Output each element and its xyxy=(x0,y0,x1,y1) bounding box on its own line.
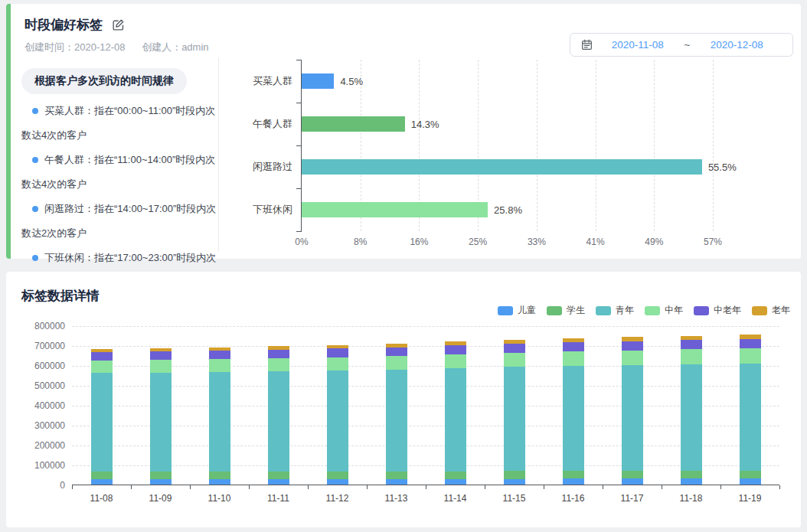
bar-segment xyxy=(563,471,584,478)
legend-swatch-icon xyxy=(752,306,767,315)
y-axis-tick xyxy=(296,145,302,146)
bar-segment xyxy=(91,479,113,485)
bar-segment xyxy=(327,348,348,357)
end-date-input[interactable]: 2020-12-08 xyxy=(691,39,782,51)
bar-segment xyxy=(268,358,289,371)
bar-segment xyxy=(445,341,466,345)
bar-segment xyxy=(268,371,289,472)
legend-item[interactable]: 儿童 xyxy=(498,304,536,317)
bar-segment xyxy=(622,471,643,478)
x-axis-tick xyxy=(72,485,73,489)
bar-value-label: 4.5% xyxy=(340,76,363,87)
bar-segment xyxy=(563,478,584,485)
bullet-dot-icon xyxy=(32,206,38,212)
bar-segment xyxy=(327,472,348,479)
gridline xyxy=(72,366,779,367)
bar-segment xyxy=(740,348,761,364)
x-tick-label: 11-13 xyxy=(385,493,408,504)
bar-segment xyxy=(622,337,643,341)
bar-segment xyxy=(386,344,407,348)
bar-segment xyxy=(150,348,172,351)
bar-segment xyxy=(681,478,702,485)
bar-segment xyxy=(445,354,466,368)
bar-segment xyxy=(268,472,289,479)
x-tick-label: 11-08 xyxy=(90,493,113,504)
x-tick-label: 0% xyxy=(295,237,308,247)
page-title: 时段偏好标签 xyxy=(25,16,103,34)
bar-segment xyxy=(150,373,172,472)
rule-heading: 根据客户多次到访的时间规律 xyxy=(21,68,187,94)
x-tick-label: 11-15 xyxy=(503,493,526,504)
legend-swatch-icon xyxy=(694,306,709,315)
bar-segment xyxy=(563,338,584,342)
legend-label: 中年 xyxy=(665,304,683,317)
bar-value-label: 14.3% xyxy=(411,119,439,130)
bar xyxy=(302,159,702,175)
x-axis-tick xyxy=(249,485,250,489)
bar-segment xyxy=(91,361,113,373)
gridline xyxy=(72,386,779,387)
x-tick-label: 49% xyxy=(645,237,663,247)
gridline xyxy=(713,60,714,231)
bar-segment xyxy=(445,345,466,354)
legend-item[interactable]: 学生 xyxy=(547,304,585,317)
x-tick-label: 11-19 xyxy=(739,493,762,504)
divider xyxy=(218,57,219,251)
legend-item[interactable]: 中年 xyxy=(645,304,683,317)
date-range-picker[interactable]: 2020-11-08 ~ 2020-12-08 xyxy=(570,33,793,57)
legend-label: 老年 xyxy=(772,304,790,317)
creator-value: admin xyxy=(181,41,208,53)
bullet-dot-icon xyxy=(32,108,38,114)
bar-segment xyxy=(327,357,348,370)
x-tick-label: 11-16 xyxy=(562,493,585,504)
x-tick-label: 41% xyxy=(586,237,605,247)
bar-segment xyxy=(209,359,230,372)
gridline xyxy=(72,406,779,406)
bar-segment xyxy=(91,472,113,479)
rule-item-text: 买菜人群：指在“00:00~11:00”时段内次数达4次的客户 xyxy=(21,105,215,141)
legend-item[interactable]: 老年 xyxy=(752,304,790,317)
x-tick-label: 16% xyxy=(410,237,428,247)
gridline xyxy=(596,60,596,231)
rule-item: 午餐人群：指在“11:00~14:00”时段内次数达4次的客户 xyxy=(21,148,222,197)
bar-segment xyxy=(150,472,172,479)
bar-segment xyxy=(386,348,407,357)
bar-segment xyxy=(504,479,525,485)
bar-segment xyxy=(209,351,230,359)
card-accent-bar xyxy=(6,4,11,259)
legend-item[interactable]: 青年 xyxy=(596,304,634,317)
x-tick-label: 25% xyxy=(469,237,487,247)
bar-segment xyxy=(504,353,525,367)
bar-segment xyxy=(681,336,702,341)
bar-segment xyxy=(209,372,230,472)
stacked-plot: 0100000200000300000400000500000600000700… xyxy=(72,326,779,485)
bar xyxy=(302,73,334,89)
start-date-input[interactable]: 2020-11-08 xyxy=(593,39,683,51)
y-tick-label: 300000 xyxy=(34,420,65,431)
bar-segment xyxy=(327,479,348,485)
bar-segment xyxy=(681,364,702,471)
y-axis-tick xyxy=(296,103,302,103)
y-tick-label: 500000 xyxy=(34,380,65,391)
bar-segment xyxy=(91,349,113,352)
edit-icon[interactable] xyxy=(112,18,125,31)
bar-segment xyxy=(209,348,230,351)
rule-item: 买菜人群：指在“00:00~11:00”时段内次数达4次的客户 xyxy=(21,99,222,148)
bar-segment xyxy=(681,471,702,479)
bar-segment xyxy=(91,352,113,361)
bullet-dot-icon xyxy=(32,157,38,163)
bar-segment xyxy=(150,351,172,360)
bar-segment xyxy=(622,365,643,471)
x-tick-label: 11-10 xyxy=(208,493,231,504)
bar-segment xyxy=(740,335,761,339)
legend-item[interactable]: 中老年 xyxy=(694,304,741,317)
date-range-separator: ~ xyxy=(683,39,692,51)
gridline xyxy=(72,426,779,426)
x-axis-tick xyxy=(426,485,426,489)
x-tick-label: 11-12 xyxy=(326,493,349,504)
y-axis-tick xyxy=(296,60,302,60)
legend-label: 儿童 xyxy=(518,304,536,317)
bar-segment xyxy=(445,479,466,485)
created-time-label: 创建时间： xyxy=(25,41,74,53)
bar-segment xyxy=(563,366,584,471)
